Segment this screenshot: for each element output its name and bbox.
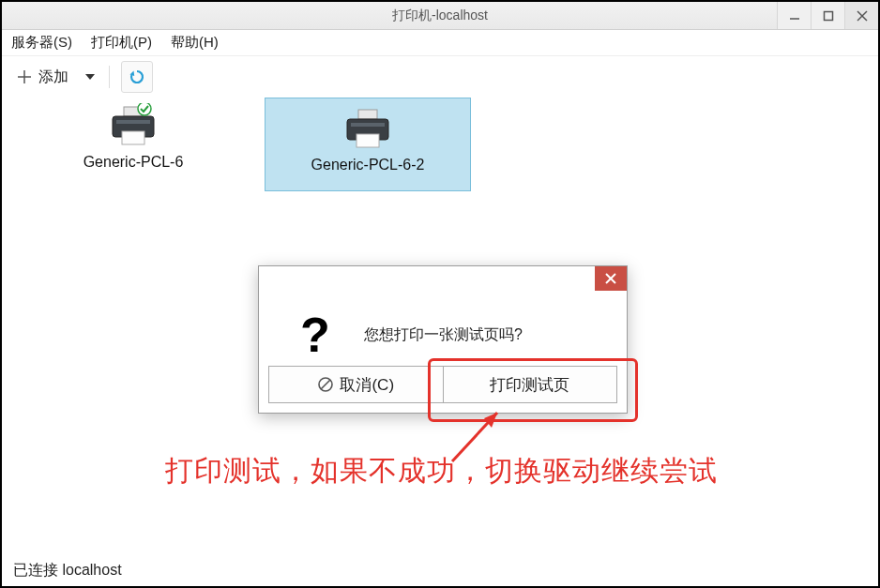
menu-printer[interactable]: 打印机(P) xyxy=(87,32,156,53)
svg-rect-16 xyxy=(357,134,379,147)
dialog-body: ? 您想打印一张测试页吗? xyxy=(259,294,627,366)
printer-label: Generic-PCL-6-2 xyxy=(266,157,470,173)
status-bar: 已连接 localhost xyxy=(2,554,878,586)
print-test-page-button[interactable]: 打印测试页 xyxy=(443,366,618,403)
print-test-page-label: 打印测试页 xyxy=(490,374,569,396)
printer-icon xyxy=(266,106,470,151)
refresh-button[interactable] xyxy=(121,61,153,93)
svg-line-20 xyxy=(321,380,330,389)
dialog-close-button[interactable] xyxy=(595,266,627,291)
svg-rect-11 xyxy=(122,131,144,144)
dialog-titlebar xyxy=(259,266,627,294)
svg-rect-10 xyxy=(116,120,150,124)
cancel-button-label: 取消(C) xyxy=(340,374,394,396)
plus-icon xyxy=(16,68,33,85)
window-maximize-button[interactable] xyxy=(811,2,844,29)
dialog-button-row: 取消(C) 打印测试页 xyxy=(268,366,617,403)
menu-help[interactable]: 帮助(H) xyxy=(167,32,222,53)
svg-rect-15 xyxy=(351,123,385,127)
refresh-icon xyxy=(129,68,145,85)
menubar: 服务器(S) 打印机(P) 帮助(H) xyxy=(2,30,878,56)
toolbar: 添加 xyxy=(2,56,878,98)
svg-rect-1 xyxy=(824,11,832,20)
svg-marker-6 xyxy=(85,74,95,80)
printer-item[interactable]: Generic-PCL-6 xyxy=(58,103,208,171)
annotation-text: 打印测试，如果不成功，切换驱动继续尝试 xyxy=(165,452,718,490)
window-title: 打印机-localhost xyxy=(2,8,878,24)
status-text: 已连接 localhost xyxy=(13,561,122,580)
dialog-message: 您想打印一张测试页吗? xyxy=(364,325,523,345)
question-icon: ? xyxy=(289,307,341,363)
window-titlebar: 打印机-localhost xyxy=(2,2,878,30)
cancel-button[interactable]: 取消(C) xyxy=(268,366,444,403)
printer-label: Generic-PCL-6 xyxy=(58,154,208,171)
printer-config-window: 打印机-localhost 服务器(S) 打印机(P) 帮助(H) 添加 xyxy=(0,0,880,588)
printer-icon xyxy=(58,103,208,148)
window-minimize-button[interactable] xyxy=(777,2,811,29)
print-test-page-dialog: ? 您想打印一张测试页吗? 取消(C) 打印测试页 xyxy=(258,265,628,414)
window-close-button[interactable] xyxy=(844,2,878,29)
add-printer-button[interactable]: 添加 xyxy=(9,63,75,92)
svg-rect-13 xyxy=(358,110,377,119)
toolbar-separator xyxy=(109,66,110,88)
add-dropdown-button[interactable] xyxy=(83,63,98,91)
window-controls xyxy=(777,2,878,29)
cancel-icon xyxy=(317,376,334,393)
menu-server[interactable]: 服务器(S) xyxy=(8,32,76,53)
printer-item-selected[interactable]: Generic-PCL-6-2 xyxy=(265,98,471,191)
add-button-label: 添加 xyxy=(38,68,68,87)
